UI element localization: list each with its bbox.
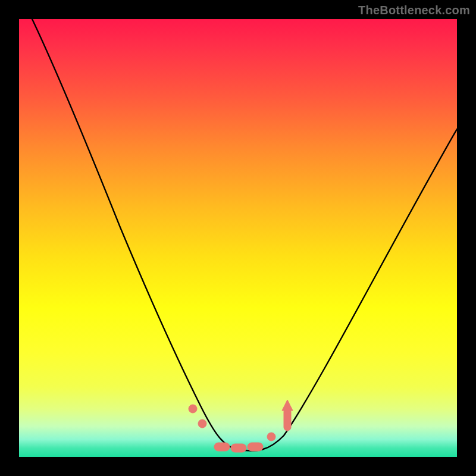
right-marker-3 (282, 400, 293, 411)
flat-marker-3 (248, 443, 263, 451)
plot-area (19, 19, 457, 457)
bottleneck-curve-path (32, 19, 457, 451)
flat-marker-2 (231, 444, 246, 452)
flat-marker-1 (214, 443, 230, 451)
watermark-text: TheBottleneck.com (358, 4, 470, 17)
left-marker-2 (198, 419, 206, 428)
chart-svg (19, 19, 457, 457)
right-marker-2 (284, 408, 291, 431)
right-marker-1 (267, 433, 275, 441)
chart-frame: TheBottleneck.com (0, 0, 476, 476)
left-marker-1 (189, 405, 197, 413)
marker-group (189, 400, 293, 452)
